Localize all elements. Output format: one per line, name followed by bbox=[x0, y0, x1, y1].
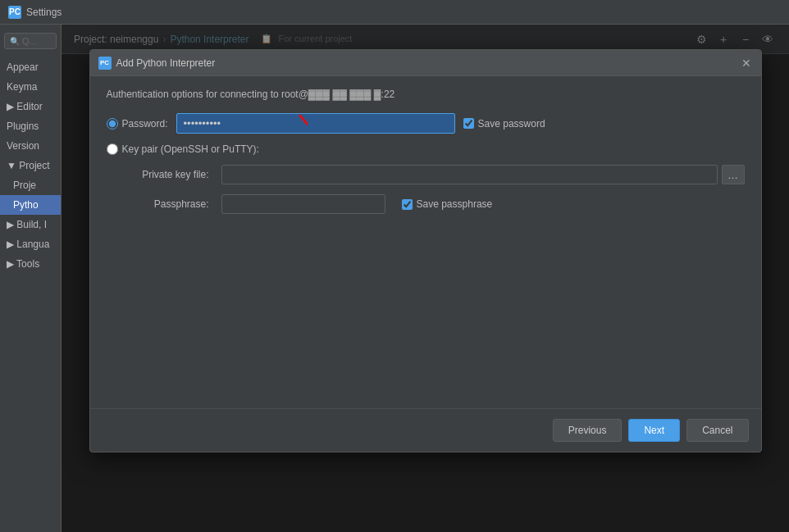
sidebar-item-project[interactable]: ▼ Project bbox=[0, 156, 61, 175]
private-key-label: Private key file: bbox=[123, 169, 213, 180]
save-password-label[interactable]: Save password bbox=[463, 118, 545, 130]
passphrase-label: Passphrase: bbox=[123, 198, 213, 210]
sidebar-item-build[interactable]: ▶ Build, I bbox=[0, 215, 61, 234]
app-icon: PC bbox=[8, 6, 21, 19]
dialog-body: Authentication options for connecting to… bbox=[90, 76, 761, 400]
sidebar-item-plugins[interactable]: Plugins bbox=[0, 116, 61, 136]
browse-button[interactable]: … bbox=[722, 165, 745, 184]
save-passphrase-checkbox[interactable] bbox=[402, 199, 413, 210]
password-radio-label[interactable]: Password: bbox=[107, 118, 168, 130]
previous-button[interactable]: Previous bbox=[553, 419, 623, 442]
keypair-radio[interactable] bbox=[107, 143, 118, 155]
sidebar-item-keymap[interactable]: Keyma bbox=[0, 77, 61, 97]
password-radio[interactable] bbox=[107, 118, 118, 130]
dialog-title-left: PC Add Python Interpreter bbox=[98, 57, 216, 70]
sidebar-item-python[interactable]: Pytho bbox=[0, 195, 61, 215]
search-box[interactable]: 🔍 Q... bbox=[4, 33, 57, 49]
cancel-button[interactable]: Cancel bbox=[686, 419, 748, 442]
dialog-close-button[interactable]: ✕ bbox=[740, 57, 753, 70]
dialog-footer: Previous Next Cancel bbox=[90, 408, 761, 452]
password-input[interactable] bbox=[176, 113, 455, 134]
dialog-spacer bbox=[107, 224, 745, 388]
private-key-row: Private key file: … bbox=[107, 165, 745, 184]
auth-info: Authentication options for connecting to… bbox=[107, 89, 745, 100]
next-button[interactable]: Next bbox=[628, 419, 680, 442]
save-passphrase-label[interactable]: Save passphrase bbox=[402, 198, 493, 210]
sidebar: 🔍 Q... Appear Keyma ▶ Editor Plugins Ver… bbox=[0, 25, 62, 532]
add-python-interpreter-dialog: PC Add Python Interpreter ✕ Authenticati… bbox=[89, 49, 762, 452]
dialog-overlay: PC Add Python Interpreter ✕ Authenticati… bbox=[62, 25, 789, 532]
sidebar-item-appear[interactable]: Appear bbox=[0, 57, 61, 77]
dialog-title-bar: PC Add Python Interpreter ✕ bbox=[90, 50, 761, 76]
sidebar-item-project-sub1[interactable]: Proje bbox=[0, 175, 61, 195]
save-password-checkbox[interactable] bbox=[463, 118, 474, 129]
sidebar-items: Appear Keyma ▶ Editor Plugins Version ▼ … bbox=[0, 53, 61, 274]
passphrase-row: Passphrase: Save passphrase bbox=[107, 194, 745, 214]
sidebar-item-lang[interactable]: ▶ Langua bbox=[0, 234, 61, 254]
search-icon: 🔍 bbox=[10, 37, 20, 46]
passphrase-input[interactable] bbox=[221, 194, 385, 214]
file-input-row: … bbox=[221, 165, 745, 184]
title-bar: PC Settings bbox=[0, 0, 789, 25]
window-title: Settings bbox=[26, 7, 62, 18]
keypair-row: Key pair (OpenSSH or PuTTY): bbox=[107, 143, 745, 155]
keypair-radio-label[interactable]: Key pair (OpenSSH or PuTTY): bbox=[107, 143, 259, 155]
sidebar-item-version[interactable]: Version bbox=[0, 136, 61, 156]
private-key-input[interactable] bbox=[221, 165, 718, 184]
sidebar-item-tools[interactable]: ▶ Tools bbox=[0, 254, 61, 274]
dialog-title: Add Python Interpreter bbox=[116, 57, 216, 69]
sidebar-item-editor[interactable]: ▶ Editor bbox=[0, 97, 61, 116]
dialog-icon: PC bbox=[98, 57, 112, 70]
password-row: Password: Save password bbox=[107, 113, 745, 134]
